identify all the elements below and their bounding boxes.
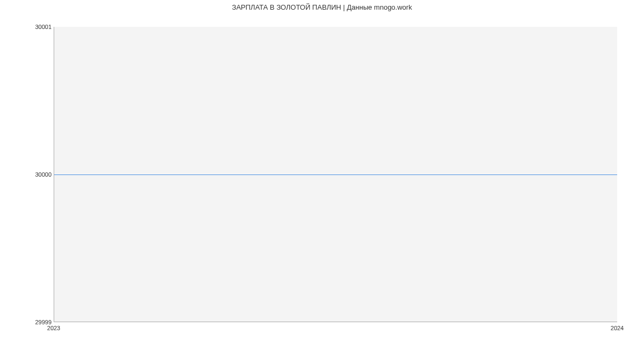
data-line [54,174,617,175]
y-tick-top: 30001 [3,24,52,30]
plot-area [54,27,617,322]
chart-title: ЗАРПЛАТА В ЗОЛОТОЙ ПАВЛИН | Данные mnogo… [0,3,644,11]
chart-container: ЗАРПЛАТА В ЗОЛОТОЙ ПАВЛИН | Данные mnogo… [0,0,644,349]
x-tick-right: 2024 [611,325,624,331]
y-tick-mid: 30000 [3,171,52,178]
x-tick-left: 2023 [47,325,60,331]
y-tick-bottom: 29999 [3,319,52,325]
